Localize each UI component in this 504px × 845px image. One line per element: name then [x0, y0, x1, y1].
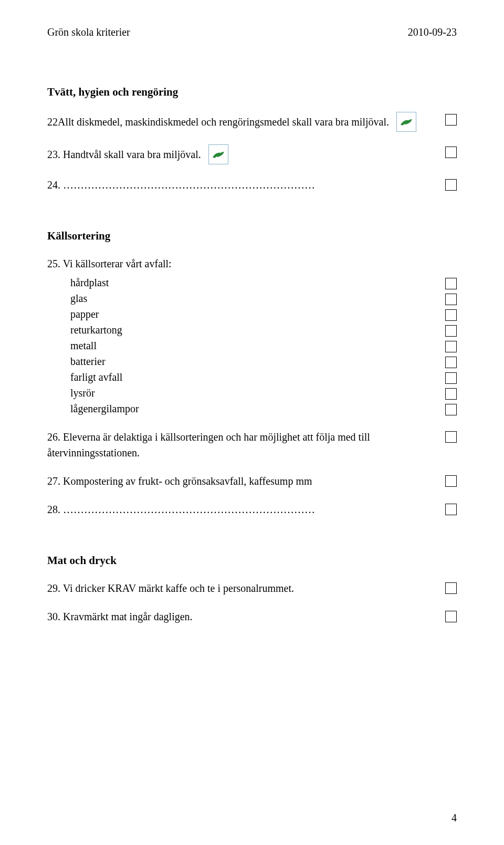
checkbox-26[interactable]: [445, 431, 457, 443]
item-25-sub: lysrör: [70, 385, 435, 401]
item-25-sub: batterier: [70, 353, 435, 369]
heading-kallsortering: Källsortering: [47, 229, 457, 243]
checkbox-25-7[interactable]: [445, 388, 457, 400]
item-29-text: 29. Vi dricker KRAV märkt kaffe och te i…: [47, 580, 435, 596]
item-25-sub: glas: [70, 290, 435, 306]
checkbox-28[interactable]: [445, 504, 457, 515]
item-25-sub: returkartong: [70, 322, 435, 338]
item-22-text: 22Allt diskmedel, maskindiskmedel och re…: [47, 114, 389, 130]
checkbox-25-1[interactable]: [445, 294, 457, 305]
checkbox-25-4[interactable]: [445, 341, 457, 352]
checkbox-27[interactable]: [445, 475, 457, 487]
checkbox-25-3[interactable]: [445, 325, 457, 337]
checkbox-25-2[interactable]: [445, 309, 457, 321]
item-28-text: 28. ………………………………………………………………: [47, 502, 435, 517]
item-23-text: 23. Handtvål skall vara bra miljöval.: [47, 147, 201, 162]
item-25-sub: metall: [70, 338, 435, 353]
item-25-sub: hårdplast: [70, 275, 435, 290]
item-27-text: 27. Kompostering av frukt- och grönsaksa…: [47, 473, 435, 489]
checkbox-29[interactable]: [445, 582, 457, 594]
checkbox-25-8[interactable]: [445, 404, 457, 415]
page-number: 4: [452, 812, 457, 824]
item-25-lead: 25. Vi källsorterar vårt avfall:: [47, 256, 457, 272]
item-25-sub: farligt avfall: [70, 369, 435, 385]
eco-label-icon: [208, 144, 228, 164]
checkbox-30[interactable]: [445, 611, 457, 622]
checkbox-25-0[interactable]: [445, 278, 457, 289]
item-30-text: 30. Kravmärkt mat ingår dagligen.: [47, 609, 435, 624]
heading-tvatt: Tvätt, hygien och rengöring: [47, 86, 457, 99]
item-25-sub: papper: [70, 306, 435, 322]
checkbox-25-6[interactable]: [445, 372, 457, 384]
item-24-text: 24. ………………………………………………………………: [47, 177, 435, 193]
checkbox-23[interactable]: [445, 147, 457, 158]
item-26-text: 26. Eleverna är delaktiga i källsorterin…: [47, 429, 435, 461]
item-25-sub: lågenergilampor: [70, 401, 435, 416]
header-left: Grön skola kriterier: [47, 26, 130, 38]
checkbox-22[interactable]: [445, 114, 457, 126]
checkbox-25-5[interactable]: [445, 357, 457, 368]
header-right: 2010-09-23: [408, 26, 457, 38]
eco-label-icon: [396, 112, 416, 132]
heading-mat: Mat och dryck: [47, 554, 457, 567]
checkbox-24[interactable]: [445, 179, 457, 191]
